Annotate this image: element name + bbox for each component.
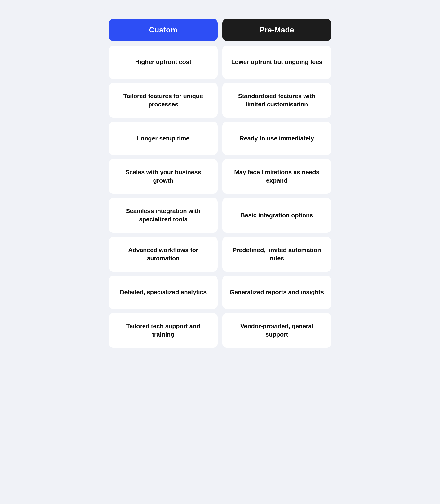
custom-cell-text-0: Higher upfront cost <box>135 58 191 66</box>
premade-cell-1: Standardised features with limited custo… <box>222 83 331 118</box>
custom-cell-1: Tailored features for unique processes <box>109 83 218 118</box>
custom-cell-text-1: Tailored features for unique processes <box>116 92 210 109</box>
custom-cell-5: Advanced workflows for automation <box>109 237 218 272</box>
premade-cell-2: Ready to use immediately <box>222 122 331 155</box>
custom-cell-text-2: Longer setup time <box>137 134 190 143</box>
custom-cell-6: Detailed, specialized analytics <box>109 276 218 309</box>
premade-header-label: Pre-Made <box>260 26 294 34</box>
custom-cell-text-5: Advanced workflows for automation <box>116 246 210 262</box>
custom-header: Custom <box>109 19 218 41</box>
comparison-row: Tailored features for unique processesSt… <box>109 83 331 118</box>
custom-cell-3: Scales with your business growth <box>109 159 218 194</box>
custom-header-label: Custom <box>149 26 178 34</box>
comparison-row: Tailored tech support and trainingVendor… <box>109 313 331 348</box>
comparison-row: Advanced workflows for automationPredefi… <box>109 237 331 272</box>
comparison-row: Seamless integration with specialized to… <box>109 198 331 232</box>
comparison-row: Higher upfront costLower upfront but ong… <box>109 46 331 79</box>
comparison-container: Custom Pre-Made Higher upfront costLower… <box>99 10 341 359</box>
premade-header: Pre-Made <box>222 19 331 41</box>
premade-cell-text-2: Ready to use immediately <box>240 134 314 143</box>
premade-cell-text-7: Vendor-provided, general support <box>230 322 324 339</box>
premade-cell-text-3: May face limitations as needs expand <box>230 168 324 185</box>
custom-cell-text-7: Tailored tech support and training <box>116 322 210 339</box>
header-row: Custom Pre-Made <box>109 19 331 41</box>
custom-cell-text-6: Detailed, specialized analytics <box>120 288 207 296</box>
premade-cell-4: Basic integration options <box>222 198 331 232</box>
comparison-row: Detailed, specialized analyticsGeneraliz… <box>109 276 331 309</box>
comparison-grid: Higher upfront costLower upfront but ong… <box>109 46 331 348</box>
premade-cell-text-4: Basic integration options <box>240 211 313 219</box>
premade-cell-text-5: Predefined, limited automation rules <box>230 246 324 262</box>
custom-cell-4: Seamless integration with specialized to… <box>109 198 218 232</box>
premade-cell-5: Predefined, limited automation rules <box>222 237 331 272</box>
comparison-row: Scales with your business growthMay face… <box>109 159 331 194</box>
premade-cell-text-6: Generalized reports and insights <box>230 288 324 296</box>
custom-cell-2: Longer setup time <box>109 122 218 155</box>
custom-cell-text-4: Seamless integration with specialized to… <box>116 207 210 223</box>
custom-cell-7: Tailored tech support and training <box>109 313 218 348</box>
comparison-row: Longer setup timeReady to use immediatel… <box>109 122 331 155</box>
premade-cell-3: May face limitations as needs expand <box>222 159 331 194</box>
premade-cell-6: Generalized reports and insights <box>222 276 331 309</box>
premade-cell-text-0: Lower upfront but ongoing fees <box>231 58 322 66</box>
premade-cell-7: Vendor-provided, general support <box>222 313 331 348</box>
premade-cell-0: Lower upfront but ongoing fees <box>222 46 331 79</box>
premade-cell-text-1: Standardised features with limited custo… <box>230 92 324 109</box>
custom-cell-0: Higher upfront cost <box>109 46 218 79</box>
custom-cell-text-3: Scales with your business growth <box>116 168 210 185</box>
